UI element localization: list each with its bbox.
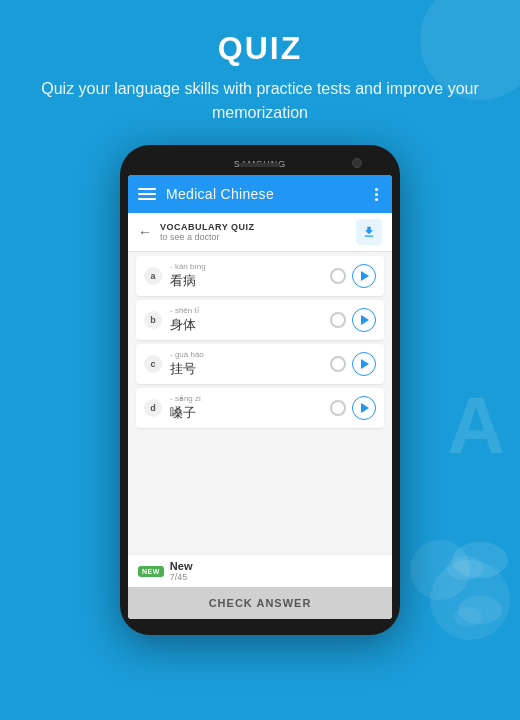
option-pinyin-d: - sǎng zi <box>170 394 330 403</box>
header-subtitle: Quiz your language skills with practice … <box>40 77 480 125</box>
option-chinese-d: 嗓子 <box>170 404 330 422</box>
header-area: QUIZ Quiz your language skills with prac… <box>0 0 520 145</box>
play-icon-a <box>361 271 369 281</box>
option-letter-d: d <box>144 399 162 417</box>
option-item-a[interactable]: a - kàn bìng 看病 <box>136 256 384 296</box>
play-button-d[interactable] <box>352 396 376 420</box>
phone-camera <box>352 158 362 168</box>
download-icon <box>362 225 376 239</box>
play-icon-c <box>361 359 369 369</box>
option-chinese-c: 挂号 <box>170 360 330 378</box>
options-list: a - kàn bìng 看病 b - shēn tǐ 身体 <box>128 252 392 554</box>
back-button[interactable]: ← <box>138 224 152 240</box>
option-text-c: - guà hào 挂号 <box>170 350 330 378</box>
option-text-d: - sǎng zi 嗓子 <box>170 394 330 422</box>
bottom-area: NEW New 7/45 CHECK ANSWER <box>128 554 392 619</box>
vocab-subtitle: to see a doctor <box>160 232 356 242</box>
phone-wrapper: SAMSUNG Medical Chinese ← VOCABULARY QUI… <box>0 145 520 635</box>
download-button[interactable] <box>356 219 382 245</box>
option-pinyin-b: - shēn tǐ <box>170 306 330 315</box>
option-item-b[interactable]: b - shēn tǐ 身体 <box>136 300 384 340</box>
option-radio-c[interactable] <box>330 356 346 372</box>
option-radio-a[interactable] <box>330 268 346 284</box>
play-icon-d <box>361 403 369 413</box>
play-button-b[interactable] <box>352 308 376 332</box>
option-pinyin-a: - kàn bìng <box>170 262 330 271</box>
new-word-count: 7/45 <box>170 572 193 582</box>
option-radio-b[interactable] <box>330 312 346 328</box>
app-toolbar: Medical Chinese <box>128 175 392 213</box>
vocab-label: VOCABULARY QUIZ <box>160 222 356 232</box>
phone-speaker <box>240 163 280 167</box>
hamburger-menu-icon[interactable] <box>138 188 156 200</box>
check-answer-button[interactable]: CHECK ANSWER <box>128 587 392 619</box>
new-word-info: New 7/45 <box>170 560 193 582</box>
option-chinese-a: 看病 <box>170 272 330 290</box>
new-badge: NEW <box>138 566 164 577</box>
option-letter-c: c <box>144 355 162 373</box>
option-item-c[interactable]: c - guà hào 挂号 <box>136 344 384 384</box>
phone-notch: SAMSUNG <box>128 153 392 175</box>
option-text-a: - kàn bìng 看病 <box>170 262 330 290</box>
toolbar-title: Medical Chinese <box>166 186 371 202</box>
option-radio-d[interactable] <box>330 400 346 416</box>
vocab-bar: ← VOCABULARY QUIZ to see a doctor <box>128 213 392 252</box>
play-icon-b <box>361 315 369 325</box>
play-button-a[interactable] <box>352 264 376 288</box>
option-text-b: - shēn tǐ 身体 <box>170 306 330 334</box>
phone-device: SAMSUNG Medical Chinese ← VOCABULARY QUI… <box>120 145 400 635</box>
new-badge-bar: NEW New 7/45 <box>128 554 392 587</box>
vocab-info: VOCABULARY QUIZ to see a doctor <box>160 222 356 242</box>
phone-screen: Medical Chinese ← VOCABULARY QUIZ to see… <box>128 175 392 619</box>
option-pinyin-c: - guà hào <box>170 350 330 359</box>
option-letter-b: b <box>144 311 162 329</box>
more-vert-icon[interactable] <box>371 184 382 205</box>
option-letter-a: a <box>144 267 162 285</box>
play-button-c[interactable] <box>352 352 376 376</box>
option-item-d[interactable]: d - sǎng zi 嗓子 <box>136 388 384 428</box>
option-chinese-b: 身体 <box>170 316 330 334</box>
quiz-title: QUIZ <box>40 30 480 67</box>
new-word-label: New <box>170 560 193 572</box>
